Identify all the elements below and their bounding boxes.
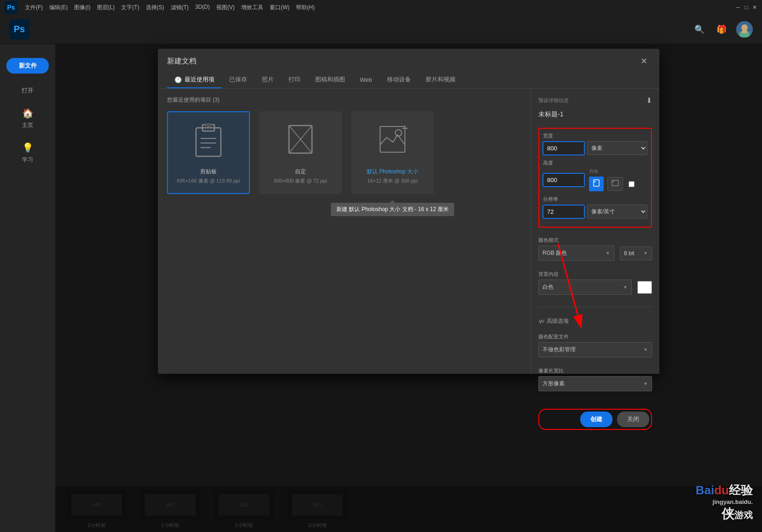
menu-select[interactable]: 选择(S) — [146, 4, 164, 11]
learn-label: 学习 — [22, 156, 33, 164]
landscape-button[interactable] — [607, 177, 623, 191]
custom-card-size: 800×800 像素 @ 72 ppi — [274, 177, 327, 184]
height-input[interactable] — [543, 173, 584, 187]
home-icon: 🏠 — [22, 108, 34, 119]
maximize-button[interactable]: □ — [744, 5, 749, 10]
menu-filter[interactable]: 滤镜(T) — [171, 4, 189, 11]
orientation-artboard: 方向 — [589, 168, 635, 191]
pixel-ratio-select[interactable]: 方形像素 ▼ — [538, 376, 652, 391]
menu-3d[interactable]: 3D(D) — [195, 4, 210, 11]
clock-icon: 🕐 — [174, 76, 182, 83]
resolution-row: 像素/英寸 — [543, 205, 647, 218]
template-card-photoshop-default[interactable]: 默认 Photoshop 大小 16×12 厘米 @ 300 ppi 新建 默认… — [351, 111, 434, 194]
template-card-clipboard[interactable]: 剪贴板 695×166 像素 @ 119.99 ppi — [167, 111, 250, 194]
document-name[interactable]: 未标题-1 — [538, 110, 652, 119]
close-dialog-button[interactable]: 关闭 — [617, 412, 649, 427]
new-file-button[interactable]: 新文件 — [6, 58, 49, 74]
svg-point-3 — [741, 24, 748, 31]
tab-photo[interactable]: 照片 — [254, 72, 281, 88]
custom-icon — [284, 121, 317, 164]
background-label: 背景内容 — [538, 271, 652, 278]
color-mode-arrow: ▼ — [606, 251, 610, 256]
menu-edit[interactable]: 编辑(E) — [49, 4, 68, 11]
menu-image[interactable]: 图像(I) — [74, 4, 90, 11]
background-field-group: 背景内容 白色 ▼ — [538, 271, 652, 295]
clipboard-card-name: 剪贴板 — [200, 168, 217, 176]
background-select[interactable]: 白色 ▼ — [538, 280, 632, 295]
color-profile-select[interactable]: 不做色彩管理 ▼ — [538, 342, 652, 357]
color-depth-select[interactable]: 8 bit ▼ — [620, 246, 652, 260]
close-window-button[interactable]: ✕ — [752, 5, 757, 10]
user-avatar[interactable] — [736, 21, 753, 38]
color-profile-field-group: 颜色配置文件 不做色彩管理 ▼ — [538, 333, 652, 357]
menu-window[interactable]: 窗口(W) — [270, 4, 289, 11]
background-color-swatch[interactable] — [637, 281, 652, 294]
search-icon: 🔍 — [694, 24, 704, 34]
svg-rect-17 — [196, 128, 221, 156]
color-mode-label: 颜色模式 — [538, 237, 652, 244]
annotated-action-buttons: 创建 关闭 — [538, 409, 652, 430]
menu-text[interactable]: 文字(T) — [121, 4, 139, 11]
orientation-row — [589, 177, 635, 191]
right-panel-header: 预设详细信息 ⬇ — [538, 96, 652, 105]
background-row: 白色 ▼ — [538, 280, 652, 295]
width-label: 宽度 — [543, 132, 647, 139]
tab-recent[interactable]: 🕐 最近使用项 — [167, 72, 222, 88]
tooltip: 新建 默认 Photoshop 大小 文档 - 16 x 12 厘米 — [331, 203, 454, 216]
save-preset-icon[interactable]: ⬇ — [646, 96, 652, 105]
left-panel: 您最近使用的项目 (3) — [158, 89, 531, 374]
background-arrow: ▼ — [623, 285, 628, 290]
width-unit-select[interactable]: 像素 — [587, 141, 647, 155]
title-bar-left: Ps 文件(F) 编辑(E) 图像(I) 图层(L) 文字(T) 选择(S) 滤… — [5, 1, 315, 14]
color-mode-select[interactable]: RGB 颜色 ▼ — [538, 246, 614, 261]
clipboard-card-size: 695×166 像素 @ 119.99 ppi — [177, 177, 240, 184]
svg-point-27 — [395, 130, 402, 136]
tab-saved[interactable]: 已保存 — [222, 72, 254, 88]
annotated-dimensions: 宽度 像素 高度 — [538, 128, 652, 228]
dialog-overlay: 新建文档 ✕ 🕐 最近使用项 已保存 照片 打印 — [55, 44, 762, 532]
advanced-options-toggle[interactable]: ∨ ∨ 高级选项 — [538, 317, 652, 325]
action-area: 创建 关闭 — [538, 401, 652, 430]
clipboard-icon — [192, 121, 225, 164]
template-card-custom[interactable]: 自定 800×800 像素 @ 72 ppi — [259, 111, 342, 194]
dialog-title: 新建文档 — [167, 57, 196, 66]
tab-web[interactable]: Web — [352, 72, 380, 88]
portrait-button[interactable] — [589, 177, 604, 191]
artboard-checkbox[interactable] — [629, 181, 635, 187]
home-label: 主页 — [22, 121, 33, 129]
menu-bar: 文件(F) 编辑(E) 图像(I) 图层(L) 文字(T) 选择(S) 滤镜(T… — [25, 4, 315, 11]
pixel-ratio-field-group: 像素长宽比 方形像素 ▼ — [538, 367, 652, 391]
sidebar-item-learn[interactable]: 💡 学习 — [0, 137, 55, 168]
color-profile-label: 颜色配置文件 — [538, 333, 652, 340]
gift-icon: 🎁 — [716, 24, 727, 34]
minimize-button[interactable]: ─ — [735, 5, 741, 10]
menu-file[interactable]: 文件(F) — [25, 4, 43, 11]
color-mode-field-group: 颜色模式 RGB 颜色 ▼ 8 bit ▼ — [538, 237, 652, 261]
gift-button[interactable]: 🎁 — [714, 22, 729, 37]
tab-mobile[interactable]: 移动设备 — [380, 72, 418, 88]
svg-rect-4 — [742, 30, 747, 33]
photoshop-default-card-name[interactable]: 默认 Photoshop 大小 — [367, 168, 418, 176]
menu-view[interactable]: 视图(V) — [216, 4, 235, 11]
dialog-body: 您最近使用的项目 (3) — [158, 89, 659, 374]
tab-artwork[interactable]: 图稿和插图 — [308, 72, 352, 88]
menu-plugins[interactable]: 增效工具 — [241, 4, 263, 11]
width-input[interactable] — [543, 142, 584, 155]
search-button[interactable]: 🔍 — [692, 22, 707, 37]
resolution-input[interactable] — [543, 205, 584, 218]
svg-point-31 — [595, 181, 596, 183]
resolution-unit-select[interactable]: 像素/英寸 — [587, 205, 647, 218]
dialog-close-button[interactable]: ✕ — [638, 55, 650, 67]
menu-layer[interactable]: 图层(L) — [97, 4, 115, 11]
svg-rect-19 — [205, 123, 212, 127]
sidebar-item-home[interactable]: 🏠 主页 — [0, 103, 55, 134]
window-controls: ─ □ ✕ — [735, 5, 757, 10]
create-button[interactable]: 创建 — [580, 412, 612, 427]
tab-print[interactable]: 打印 — [281, 72, 308, 88]
menu-help[interactable]: 帮助(H) — [296, 4, 315, 11]
tab-film[interactable]: 胶片和视频 — [418, 72, 463, 88]
open-button[interactable]: 打开 — [0, 82, 55, 99]
ps-small-logo: Ps — [5, 1, 17, 14]
svg-point-33 — [613, 181, 614, 183]
orientation-label-small: 方向 — [589, 168, 635, 175]
